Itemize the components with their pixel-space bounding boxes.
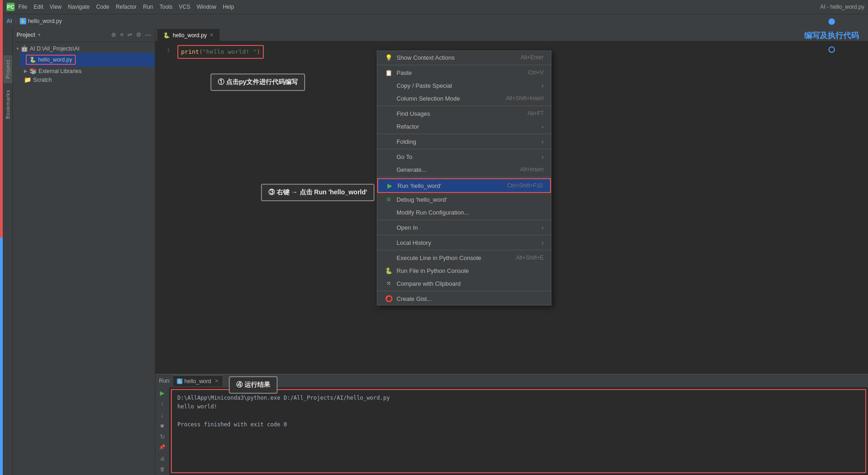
- cm-modify-run-config[interactable]: Modify Run Configuration...: [377, 206, 551, 219]
- menu-code[interactable]: Code: [96, 4, 109, 10]
- tree-root[interactable]: ▾ 🤖 AI D:\All_Projects\AI: [13, 44, 155, 53]
- menu-bar[interactable]: File Edit View Navigate Code Refactor Ru…: [18, 4, 234, 10]
- cm-generate[interactable]: Generate... Alt+Insert: [377, 163, 551, 176]
- project-dropdown-arrow[interactable]: ▾: [38, 32, 40, 37]
- code-paren-close: ): [256, 48, 260, 55]
- cm-create-gist[interactable]: ⭕ Create Gist...: [377, 292, 551, 305]
- tree-root-label: AI D:\All_Projects\AI: [30, 45, 79, 52]
- cm-column-selection[interactable]: Column Selection Mode Alt+Shift+Insert: [377, 92, 551, 105]
- sidebar-bookmarks-tab[interactable]: Bookmarks: [3, 85, 12, 124]
- code-paren-open: (: [199, 48, 203, 55]
- code-string: "hello world! ": [203, 48, 256, 55]
- menu-vcs[interactable]: VCS: [179, 4, 190, 10]
- file-highlight-box: 🐍 hello_word.py: [26, 55, 76, 65]
- file-icon: 🐍: [29, 57, 36, 63]
- cm-sep-5: [377, 177, 551, 177]
- run-stop-button[interactable]: ■: [158, 422, 167, 430]
- tree-ext-arrow: ▶: [24, 68, 28, 74]
- run-output-line1: D:\AllApp\Miniconda3\python.exe D:/All_P…: [177, 394, 860, 402]
- cm-go-to[interactable]: Go To ›: [377, 150, 551, 163]
- cm-run-file-python[interactable]: 🐍 Run File in Python Console: [377, 264, 551, 277]
- cm-label-go-to: Go To: [397, 153, 540, 160]
- cm-find-usages[interactable]: Find Usages Alt+F7: [377, 107, 551, 120]
- cm-sep-7: [377, 235, 551, 235]
- cm-arrow-copy-special: ›: [542, 82, 544, 89]
- cm-arrow-local-history: ›: [542, 239, 544, 246]
- menu-edit[interactable]: Edit: [34, 4, 43, 10]
- run-down-button[interactable]: ↓: [158, 411, 167, 419]
- nav-separator: ›: [15, 17, 17, 25]
- cm-refactor[interactable]: Refactor ›: [377, 120, 551, 133]
- menu-refactor[interactable]: Refactor: [116, 4, 136, 10]
- cm-paste[interactable]: 📋 Paste Ctrl+V: [377, 66, 551, 79]
- cm-shortcut-column: Alt+Shift+Insert: [506, 95, 544, 102]
- compare-icon: ⤲: [385, 279, 393, 288]
- run-tab[interactable]: 🐍 hello_word ✕: [173, 375, 222, 386]
- cm-sep-6: [377, 220, 551, 220]
- project-icon-locate[interactable]: ⊕: [111, 31, 116, 38]
- menu-navigate[interactable]: Navigate: [68, 4, 90, 10]
- annotation-1: ① 点击py文件进行代码编写: [210, 74, 305, 91]
- run-controls: ▶ ↑ ↓ ■ ↻ 📌 🖨 🗑: [155, 387, 169, 475]
- context-menu: 💡 Show Context Actions Alt+Enter 📋 Paste…: [377, 51, 551, 305]
- run-play-button[interactable]: ▶: [158, 389, 167, 397]
- cm-shortcut-execute: Alt+Shift+E: [516, 254, 544, 261]
- cm-copy-paste-special[interactable]: Copy / Paste Special ›: [377, 79, 551, 92]
- cm-show-context-actions[interactable]: 💡 Show Context Actions Alt+Enter: [377, 51, 551, 64]
- cm-shortcut-run: Ctrl+Shift+F10: [507, 182, 543, 189]
- run-reload-button[interactable]: ↻: [158, 433, 167, 441]
- cm-compare-clipboard[interactable]: ⤲ Compare with Clipboard: [377, 277, 551, 290]
- cm-label-debug: Debug 'hello_word': [397, 196, 544, 203]
- left-accent-bar: [0, 0, 3, 475]
- run-pin-button[interactable]: 📌: [158, 443, 167, 452]
- cm-label-open-in: Open In: [397, 224, 540, 231]
- run-trash-button[interactable]: 🗑: [158, 465, 167, 473]
- right-annotation-text: 编写及执行代码: [804, 30, 859, 41]
- tree-external-libraries[interactable]: ▶ 📚 External Libraries: [20, 67, 155, 75]
- cm-open-in[interactable]: Open In ›: [377, 221, 551, 234]
- editor-tab-hello-word[interactable]: 🐍 hello_word.py ✕: [157, 29, 220, 41]
- run-tab-label: hello_word: [184, 378, 211, 385]
- nav-ai[interactable]: AI: [6, 18, 12, 24]
- tree-root-icon: 🤖: [21, 45, 28, 52]
- cm-folding[interactable]: Folding ›: [377, 135, 551, 148]
- nav-file[interactable]: 🐍 hello_word.py: [20, 18, 62, 24]
- cm-label-create-gist: Create Gist...: [397, 295, 544, 302]
- project-tree: ▾ 🤖 AI D:\All_Projects\AI 🐍 hello_word.p…: [13, 42, 155, 475]
- tree-scratch-icon: 📁: [24, 76, 31, 83]
- menu-file[interactable]: File: [18, 4, 27, 10]
- project-icon-expand[interactable]: ≡: [120, 31, 124, 38]
- tree-file-item[interactable]: 🐍 hello_word.py: [20, 53, 155, 67]
- cm-label-copy-paste-special: Copy / Paste Special: [397, 82, 540, 89]
- cm-debug-hello-word[interactable]: ⚙ Debug 'hello_word': [377, 193, 551, 206]
- run-output-line3: [177, 411, 860, 420]
- cm-run-hello-word[interactable]: ▶ Run 'hello_word' Ctrl+Shift+F10: [377, 178, 551, 193]
- sidebar-project-tab[interactable]: Project: [3, 55, 12, 83]
- cm-label-context-actions: Show Context Actions: [397, 54, 517, 61]
- cm-sep-3: [377, 134, 551, 134]
- cm-execute-line-python[interactable]: Execute Line in Python Console Alt+Shift…: [377, 251, 551, 264]
- tree-scratch[interactable]: 📁 Scratch: [20, 75, 155, 84]
- right-annotation-area: 编写及执行代码: [804, 18, 859, 53]
- run-tab-close[interactable]: ✕: [215, 378, 219, 384]
- cm-arrow-goto: ›: [542, 153, 544, 160]
- run-label: Run:: [159, 378, 170, 384]
- app-logo: PC: [6, 3, 15, 11]
- menu-window[interactable]: Window: [197, 4, 216, 10]
- modify-run-icon: [385, 208, 393, 216]
- menu-help[interactable]: Help: [223, 4, 234, 10]
- cm-local-history[interactable]: Local History ›: [377, 236, 551, 249]
- run-icon: ▶: [386, 181, 394, 190]
- menu-tools[interactable]: Tools: [159, 4, 172, 10]
- cm-label-folding: Folding: [397, 138, 540, 145]
- cm-label-compare-clipboard: Compare with Clipboard: [397, 280, 544, 287]
- project-icon-minimize[interactable]: —: [145, 31, 151, 38]
- project-icon-settings[interactable]: ⚙: [136, 31, 142, 38]
- run-up-button[interactable]: ↑: [158, 400, 167, 408]
- menu-run[interactable]: Run: [143, 4, 153, 10]
- copy-special-icon: [385, 81, 393, 90]
- tab-close-button[interactable]: ✕: [210, 32, 214, 38]
- run-print-button[interactable]: 🖨: [158, 454, 167, 463]
- project-icon-collapse[interactable]: ⇌: [127, 31, 132, 38]
- menu-view[interactable]: View: [50, 4, 62, 10]
